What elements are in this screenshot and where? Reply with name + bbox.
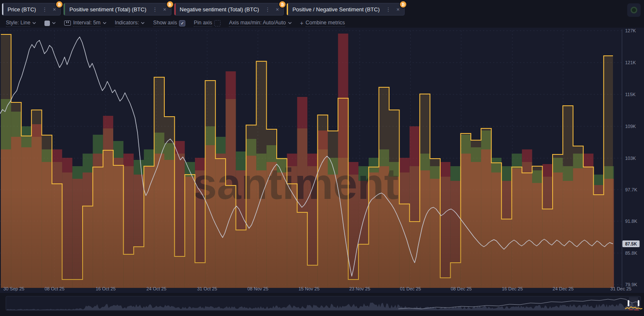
svg-text:91.8K: 91.8K (625, 219, 637, 224)
btc-badge-icon: ₿ (166, 0, 174, 8)
pin-axis-toggle[interactable]: Pin axis (194, 20, 221, 27)
color-swatch-icon (44, 21, 50, 26)
svg-text:08 Oct 25: 08 Oct 25 (44, 286, 65, 291)
svg-text:15 Nov 25: 15 Nov 25 (299, 286, 319, 291)
chevron-down-icon (141, 22, 145, 24)
range-scrubber[interactable] (0, 293, 644, 316)
svg-text:31 Dec 25: 31 Dec 25 (610, 286, 631, 291)
app-logo-button[interactable] (627, 3, 641, 17)
svg-text:87.5K: 87.5K (625, 241, 637, 246)
svg-text:85.8K: 85.8K (625, 251, 637, 256)
interval-dropdown[interactable]: Interval: 5m (64, 20, 106, 27)
style-dropdown[interactable]: Style: Line (6, 20, 36, 27)
chart-toolbar: Style: Line Interval: 5m Indicators: Sho… (0, 18, 644, 28)
metric-tab-label: Positive / Negative Sentiment (BTC) (292, 6, 379, 13)
kebab-menu-icon[interactable]: ⋮ (264, 7, 271, 12)
btc-badge-icon: ₿ (399, 0, 407, 8)
chevron-down-icon (32, 22, 36, 24)
metric-tab-bar: Price (BTC) ⋮ × ₿ Positive sentiment (To… (0, 0, 644, 18)
metric-tab[interactable]: Price (BTC) ⋮ × ₿ (2, 3, 61, 16)
kebab-menu-icon[interactable]: ⋮ (385, 7, 392, 12)
svg-text:16 Oct 25: 16 Oct 25 (96, 286, 116, 291)
svg-text:08 Dec 25: 08 Dec 25 (451, 286, 472, 291)
chevron-down-icon (52, 22, 56, 24)
circle-icon (631, 7, 637, 13)
svg-text:16 Dec 25: 16 Dec 25 (502, 286, 523, 291)
svg-text:24 Dec 25: 24 Dec 25 (553, 286, 574, 291)
combine-metrics-button[interactable]: + Combine metrics (300, 20, 345, 27)
style-label: Style: Line (6, 20, 30, 27)
metric-tab-label: Positive sentiment (Total) (BTC) (69, 6, 146, 13)
color-dropdown[interactable] (44, 21, 56, 26)
axis-maxmin-label: Axis max/min: Auto/Auto (229, 20, 286, 27)
metric-color-strip (174, 3, 176, 15)
axis-maxmin-dropdown[interactable]: Axis max/min: Auto/Auto (229, 20, 291, 27)
show-axis-toggle[interactable]: Show axis ✓ (153, 20, 185, 27)
metric-color-strip (287, 3, 288, 15)
show-axis-label: Show axis (153, 20, 177, 27)
metric-tab-label: Negative sentiment (Total) (BTC) (180, 6, 259, 13)
close-icon[interactable]: × (162, 7, 167, 12)
checkbox-checked-icon[interactable]: ✓ (179, 20, 185, 26)
indicators-label: Indicators: (115, 20, 139, 27)
pin-axis-label: Pin axis (194, 20, 212, 27)
metric-color-strip (2, 3, 3, 15)
metric-tab[interactable]: Positive sentiment (Total) (BTC) ⋮ × ₿ (63, 3, 171, 16)
metric-tab[interactable]: Positive / Negative Sentiment (BTC) ⋮ × … (286, 3, 405, 16)
metric-tab[interactable]: Negative sentiment (Total) (BTC) ⋮ × ₿ (174, 3, 284, 16)
close-icon[interactable]: × (52, 7, 57, 12)
kebab-menu-icon[interactable]: ⋮ (151, 7, 158, 12)
svg-text:08 Nov 25: 08 Nov 25 (247, 286, 268, 291)
svg-text:127K: 127K (625, 28, 636, 33)
svg-text:24 Oct 25: 24 Oct 25 (146, 286, 166, 291)
svg-text:109K: 109K (625, 124, 636, 129)
svg-text:97.7K: 97.7K (625, 187, 637, 192)
metric-tab-label: Price (BTC) (8, 6, 36, 13)
svg-text:30 Sep 25: 30 Sep 25 (3, 286, 24, 291)
svg-text:103K: 103K (625, 156, 636, 161)
svg-text:01 Dec 25: 01 Dec 25 (400, 286, 421, 291)
indicators-dropdown[interactable]: Indicators: (115, 20, 145, 27)
svg-text:23 Nov 25: 23 Nov 25 (349, 286, 370, 291)
chevron-down-icon (103, 22, 106, 24)
main-chart-area[interactable]: santiment127K121K115K109K103K97.7K91.8K8… (0, 28, 644, 293)
svg-text:115K: 115K (625, 92, 636, 97)
close-icon[interactable]: × (275, 7, 280, 12)
charting-app: Price (BTC) ⋮ × ₿ Positive sentiment (To… (0, 0, 644, 316)
interval-label: Interval: 5m (73, 20, 100, 27)
checkbox-unchecked-icon[interactable] (214, 20, 221, 26)
scrubber-canvas[interactable] (0, 293, 644, 316)
metric-color-strip (64, 3, 65, 15)
btc-badge-icon: ₿ (278, 0, 286, 8)
interval-icon (64, 21, 71, 26)
combine-metrics-label: Combine metrics (306, 20, 345, 27)
close-icon[interactable]: × (396, 7, 401, 12)
metric-tabs: Price (BTC) ⋮ × ₿ Positive sentiment (To… (2, 3, 641, 16)
kebab-menu-icon[interactable]: ⋮ (41, 7, 48, 12)
btc-badge-icon: ₿ (55, 0, 63, 8)
plus-icon: + (300, 20, 304, 26)
svg-text:31 Oct 25: 31 Oct 25 (197, 286, 217, 291)
chart-canvas[interactable]: santiment127K121K115K109K103K97.7K91.8K8… (0, 28, 644, 293)
svg-text:121K: 121K (625, 60, 636, 65)
chevron-down-icon (288, 22, 292, 24)
